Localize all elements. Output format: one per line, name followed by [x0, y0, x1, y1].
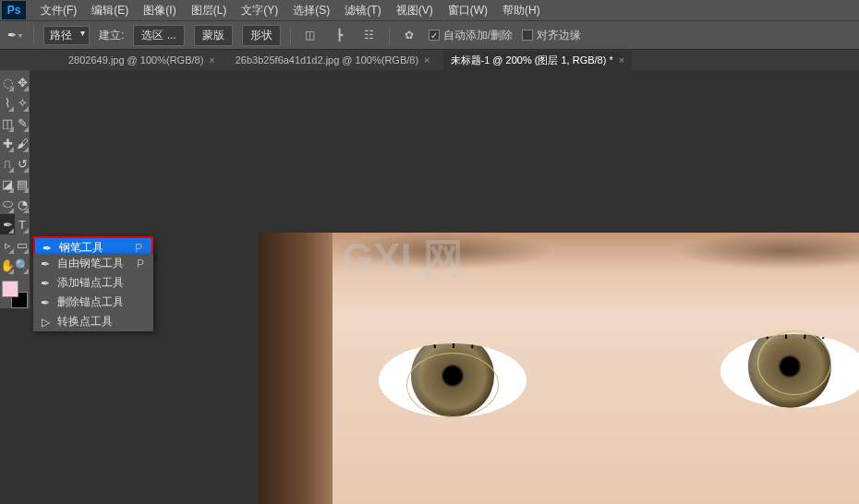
shortcut-label: P [135, 242, 146, 255]
pen-path-left[interactable] [406, 353, 499, 417]
menu-type[interactable]: 文字(Y) [234, 0, 285, 21]
pen-plus-icon: ✒ [39, 277, 52, 290]
menu-window[interactable]: 窗口(W) [441, 0, 495, 21]
divider [290, 26, 291, 44]
mask-button[interactable]: 蒙版 [194, 25, 233, 46]
menu-layer[interactable]: 图层(L) [184, 0, 235, 21]
path-arrange-icon[interactable]: ☷ [359, 26, 380, 44]
shortcut-label: P [137, 258, 148, 270]
auto-add-checkbox[interactable]: ✓ [429, 30, 440, 41]
stamp-tool-icon[interactable]: ⎍ [0, 153, 15, 174]
app-logo: Ps [2, 1, 26, 19]
close-icon[interactable]: × [209, 54, 214, 66]
wand-tool-icon[interactable]: ✧ [15, 92, 30, 113]
marquee-tool-icon[interactable]: ◌ [0, 72, 15, 92]
menu-image[interactable]: 图像(I) [136, 0, 183, 21]
divider [33, 26, 34, 44]
path-op-combine-icon[interactable]: ◫ [300, 26, 321, 44]
dodge-tool-icon[interactable]: ◔ [15, 194, 30, 214]
build-label: 建立: [99, 28, 124, 43]
selection-button[interactable]: 选区 ... [133, 25, 184, 46]
eraser-tool-icon[interactable]: ◪ [0, 174, 15, 194]
zoom-tool-icon[interactable]: 🔍 [15, 255, 30, 275]
document-tab-bar: 2802649.jpg @ 100%(RGB/8) × 26b3b25f6a41… [0, 50, 859, 70]
pen-tool-icon[interactable]: ✒ [0, 214, 15, 234]
options-bar: ✒▾ 路径 建立: 选区 ... 蒙版 形状 ◫ ┣ ☷ ✿ ✓ 自动添加/删除… [0, 20, 859, 50]
menu-edit[interactable]: 编辑(E) [84, 0, 136, 21]
pen-minus-icon: ✒ [39, 296, 52, 309]
align-edges-checkbox[interactable] [522, 30, 533, 41]
menu-view[interactable]: 视图(V) [389, 0, 441, 21]
document-tab[interactable]: 2802649.jpg @ 100%(RGB/8) × [61, 52, 223, 68]
crop-tool-icon[interactable]: ◫ [0, 113, 15, 133]
menu-bar: Ps 文件(F) 编辑(E) 图像(I) 图层(L) 文字(Y) 选择(S) 滤… [0, 0, 859, 20]
pen-icon: ✒ [39, 258, 52, 270]
menu-help[interactable]: 帮助(H) [495, 0, 548, 21]
hand-tool-icon[interactable]: ✋ [0, 255, 15, 275]
pen-icon: ✒ [41, 242, 54, 255]
watermark-subtext: system.com [406, 269, 470, 282]
tab-label: 未标题-1 @ 200% (图层 1, RGB/8) * [451, 54, 613, 67]
close-icon[interactable]: × [619, 54, 624, 66]
mode-dropdown[interactable]: 路径 [43, 26, 90, 45]
flyout-label: 自由钢笔工具 [57, 256, 124, 271]
flyout-delete-anchor[interactable]: ✒ 删除锚点工具 [33, 293, 153, 312]
blur-tool-icon[interactable]: ⬭ [0, 194, 15, 214]
path-align-icon[interactable]: ┣ [330, 26, 350, 44]
eyedropper-tool-icon[interactable]: ✎ [15, 113, 30, 133]
foreground-color-swatch[interactable] [2, 281, 18, 297]
gradient-tool-icon[interactable]: ▤ [15, 174, 30, 194]
flyout-add-anchor[interactable]: ✒ 添加锚点工具 [33, 273, 153, 293]
color-swatches[interactable] [2, 281, 28, 308]
divider [389, 26, 390, 44]
flyout-label: 转换点工具 [57, 314, 113, 330]
document-tab[interactable]: 未标题-1 @ 200% (图层 1, RGB/8) * × [443, 51, 633, 70]
brush-tool-icon[interactable]: 🖌 [15, 133, 30, 153]
type-tool-icon[interactable]: T [15, 214, 30, 234]
convert-icon: ▷ [39, 316, 52, 329]
tab-label: 26b3b25f6a41d1d2.jpg @ 100%(RGB/8) [236, 54, 418, 66]
path-select-icon[interactable]: ▹ [0, 234, 15, 255]
pen-tool-icon[interactable]: ✒▾ [6, 26, 24, 44]
auto-add-label: 自动添加/删除 [443, 28, 513, 43]
toolbox: ◌✥ ⌇✧ ◫✎ ✚🖌 ⎍↺ ◪▤ ⬭◔ ✒T ▹▭ ✋🔍 [0, 70, 30, 308]
workspace: ◌✥ ⌇✧ ◫✎ ✚🖌 ⎍↺ ◪▤ ⬭◔ ✒T ▹▭ ✋🔍 ✒ 钢笔工具 P ✒… [0, 70, 859, 504]
pen-tool-flyout-rest: ✒ 自由钢笔工具 P ✒ 添加锚点工具 ✒ 删除锚点工具 ▷ 转换点工具 [33, 254, 153, 331]
menu-select[interactable]: 选择(S) [285, 0, 337, 21]
align-edges-label: 对齐边缘 [537, 28, 581, 43]
flyout-label: 删除锚点工具 [57, 294, 124, 310]
shape-button[interactable]: 形状 [242, 25, 281, 46]
flyout-convert-point[interactable]: ▷ 转换点工具 [33, 312, 153, 331]
document-tab[interactable]: 26b3b25f6a41d1d2.jpg @ 100%(RGB/8) × [228, 52, 438, 68]
menu-filter[interactable]: 滤镜(T) [337, 0, 388, 21]
history-brush-icon[interactable]: ↺ [15, 153, 30, 174]
close-icon[interactable]: × [424, 54, 430, 66]
flyout-label: 添加锚点工具 [57, 275, 124, 291]
tab-label: 2802649.jpg @ 100%(RGB/8) [68, 54, 203, 66]
menu-file[interactable]: 文件(F) [33, 0, 84, 21]
shape-tool-icon[interactable]: ▭ [15, 234, 30, 255]
move-tool-icon[interactable]: ✥ [15, 72, 30, 92]
pen-path-right[interactable] [757, 330, 831, 395]
gear-icon[interactable]: ✿ [399, 26, 419, 44]
flyout-freeform-pen[interactable]: ✒ 自由钢笔工具 P [33, 254, 153, 273]
lasso-tool-icon[interactable]: ⌇ [0, 92, 15, 113]
heal-tool-icon[interactable]: ✚ [0, 133, 15, 153]
